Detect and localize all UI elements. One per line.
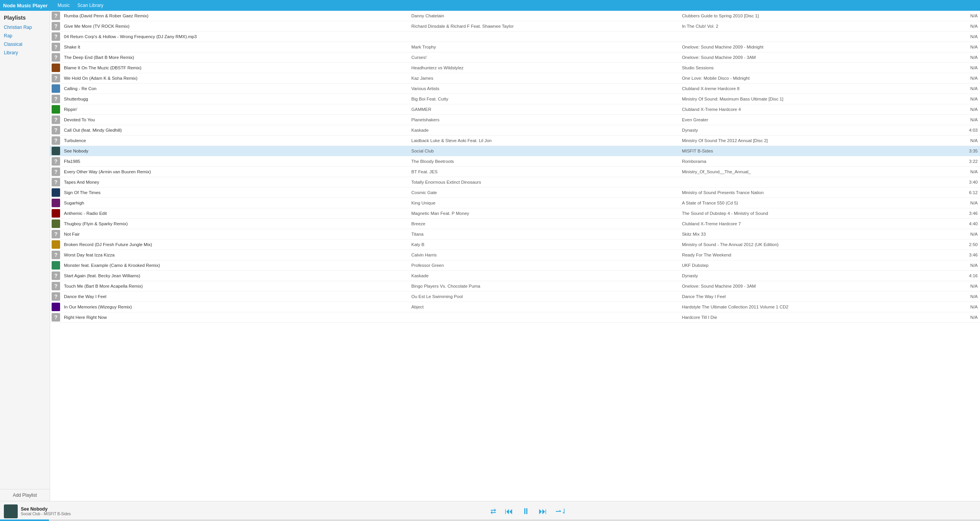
track-album: Dance The Way I Feel	[680, 291, 961, 302]
table-row[interactable]: ?Dance the Way I FeelOu Est Le Swimming …	[50, 291, 980, 302]
table-row[interactable]: Thugboy (Flyin & Sparky Remix)BreezeClub…	[50, 219, 980, 229]
table-row[interactable]: ?Give Me More (TV ROCK Remix)Richard Din…	[50, 21, 980, 32]
track-art	[50, 104, 62, 115]
table-row[interactable]: ?Not FairTitanaSkitz Mix 33N/A	[50, 229, 980, 240]
table-row[interactable]: Sign Of The TimesCosmic GateMinistry of …	[50, 188, 980, 198]
track-art: ?	[50, 167, 62, 177]
track-art: ?	[50, 281, 62, 291]
table-row[interactable]: ?Rumba (David Penn & Rober Gaez Remix)Da…	[50, 11, 980, 21]
table-row[interactable]: ?Right Here Right NowHardcore Till I Die…	[50, 312, 980, 323]
nav-music[interactable]: Music	[54, 2, 74, 9]
track-art: ?	[50, 312, 62, 323]
track-title: Start Again (feat. Becky Jean Williams)	[62, 271, 409, 281]
track-artist: Cosmic Gate	[409, 188, 680, 198]
track-artist: Laidback Luke & Steve Aoki Feat. Lil Jon	[409, 136, 680, 146]
table-row[interactable]: Broken Record (DJ Fresh Future Jungle Mi…	[50, 240, 980, 250]
table-row[interactable]: Rippin'GAMMERClubland X-Treme Hardcore 4…	[50, 104, 980, 115]
track-duration: 4:03	[961, 125, 980, 136]
track-duration: 4:40	[961, 219, 980, 229]
track-title: Every Other Way (Armin van Buuren Remix)	[62, 167, 409, 177]
table-row[interactable]: ?ShutterbuggBig Boi Feat. CuttyMinistry …	[50, 94, 980, 104]
track-artist: Curses!	[409, 52, 680, 63]
track-duration: N/A	[961, 32, 980, 42]
track-title: Tapes And Money	[62, 177, 409, 188]
track-art: ?	[50, 156, 62, 167]
now-playing: See Nobody Social Club - MISFIT B-Sides	[0, 504, 77, 518]
next-button[interactable]: ⏭	[538, 507, 548, 516]
track-title: Ffa1985	[62, 156, 409, 167]
table-row[interactable]: SugarhighKing UniqueA State of Trance 55…	[50, 198, 980, 208]
table-row[interactable]: ?Ffa1985The Bloody BeetrootsRomborama3:2…	[50, 156, 980, 167]
track-duration: 2:50	[961, 240, 980, 250]
track-title: Give Me More (TV ROCK Remix)	[62, 21, 409, 32]
nav-scan-library[interactable]: Scan Library	[74, 2, 107, 9]
shuffle-button[interactable]: ⇀⇃	[555, 508, 568, 515]
table-row[interactable]: ?TurbulenceLaidback Luke & Steve Aoki Fe…	[50, 136, 980, 146]
table-row[interactable]: ?The Deep End (Bart B More Remix)Curses!…	[50, 52, 980, 63]
progress-bar-container[interactable]	[0, 519, 980, 521]
add-playlist-button[interactable]: Add Playlist	[0, 489, 50, 501]
track-artist	[409, 32, 680, 42]
track-title: Shake It	[62, 42, 409, 52]
table-row[interactable]: ?04 Return Corp's & Hollow - Wrong Frequ…	[50, 32, 980, 42]
track-artist: Ou Est Le Swimming Pool	[409, 291, 680, 302]
tracklist-body: ?Rumba (David Penn & Rober Gaez Remix)Da…	[50, 11, 980, 323]
track-title: Calling - Re Con	[62, 84, 409, 94]
track-art: ?	[50, 229, 62, 240]
track-duration: 3:35	[961, 146, 980, 156]
track-duration: N/A	[961, 229, 980, 240]
track-art	[50, 84, 62, 94]
table-row[interactable]: Monster feat. Example (Camo & Krooked Re…	[50, 260, 980, 271]
player-bar: See Nobody Social Club - MISFIT B-Sides …	[0, 501, 980, 521]
table-row[interactable]: ?Devoted To YouPlanetshakersEven Greater…	[50, 115, 980, 125]
track-art	[50, 146, 62, 156]
table-row[interactable]: ?We Hold On (Adam K & Soha Remix)Kaz Jam…	[50, 73, 980, 84]
table-row[interactable]: ?Tapes And MoneyTotally Enormous Extinct…	[50, 177, 980, 188]
track-title: Rumba (David Penn & Rober Gaez Remix)	[62, 11, 409, 21]
track-duration: N/A	[961, 260, 980, 271]
track-artist: Titana	[409, 229, 680, 240]
sidebar-item-christian-rap[interactable]: Christian Rap	[0, 23, 50, 32]
track-art: ?	[50, 271, 62, 281]
sidebar-item-rap[interactable]: Rap	[0, 32, 50, 40]
track-artist	[409, 312, 680, 323]
prev-button[interactable]: ⏮	[504, 507, 514, 516]
pause-button[interactable]: ⏸	[521, 507, 531, 516]
track-art: ?	[50, 42, 62, 52]
table-row[interactable]: ?Every Other Way (Armin van Buuren Remix…	[50, 167, 980, 177]
player-info: See Nobody Social Club - MISFIT B-Sides	[21, 506, 71, 516]
track-album: A State of Trance 550 (Cd 5)	[680, 198, 961, 208]
table-row[interactable]: ?Worst Day feat Izza KizzaCalvin HarrisR…	[50, 250, 980, 260]
progress-bar	[0, 519, 49, 521]
track-art: ?	[50, 21, 62, 32]
table-row[interactable]: ?Touch Me (Bart B More Acapella Remix)Bi…	[50, 281, 980, 291]
track-title: See Nobody	[62, 146, 409, 156]
table-row[interactable]: Anthemic - Radio EditMagnetic Man Feat. …	[50, 208, 980, 219]
track-duration: N/A	[961, 115, 980, 125]
track-art	[50, 219, 62, 229]
track-title: Turbulence	[62, 136, 409, 146]
table-row[interactable]: ?Start Again (feat. Becky Jean Williams)…	[50, 271, 980, 281]
track-title: Call Out (feat. Mindy Gledhill)	[62, 125, 409, 136]
sidebar-item-library[interactable]: Library	[0, 49, 50, 57]
track-art	[50, 240, 62, 250]
table-row[interactable]: In Our Memories (Wizeguy Remix)AbjectHar…	[50, 302, 980, 312]
table-row[interactable]: ?Call Out (feat. Mindy Gledhill)KaskadeD…	[50, 125, 980, 136]
track-art	[50, 198, 62, 208]
track-title: Right Here Right Now	[62, 312, 409, 323]
sidebar-item-classical[interactable]: Classical	[0, 40, 50, 49]
repeat-button[interactable]: ⇄	[490, 508, 497, 515]
track-artist: Professor Green	[409, 260, 680, 271]
table-row[interactable]: See NobodySocial ClubMISFIT B-Sides3:35	[50, 146, 980, 156]
table-row[interactable]: Calling - Re ConVarious ArtistsClubland …	[50, 84, 980, 94]
table-row[interactable]: Blame It On The Muzic (DBSTF Remix)Headh…	[50, 63, 980, 73]
table-row[interactable]: ?Shake ItMark TrophyOnelove: Sound Machi…	[50, 42, 980, 52]
track-album: Even Greater	[680, 115, 961, 125]
track-album: Clubland X-Treme Hardcore 4	[680, 104, 961, 115]
track-duration: N/A	[961, 167, 980, 177]
track-album: Onelove: Sound Machine 2009 - Midnight	[680, 42, 961, 52]
track-duration: 3:22	[961, 156, 980, 167]
player-song-title: See Nobody	[21, 506, 71, 512]
track-duration: N/A	[961, 84, 980, 94]
track-title: Broken Record (DJ Fresh Future Jungle Mi…	[62, 240, 409, 250]
